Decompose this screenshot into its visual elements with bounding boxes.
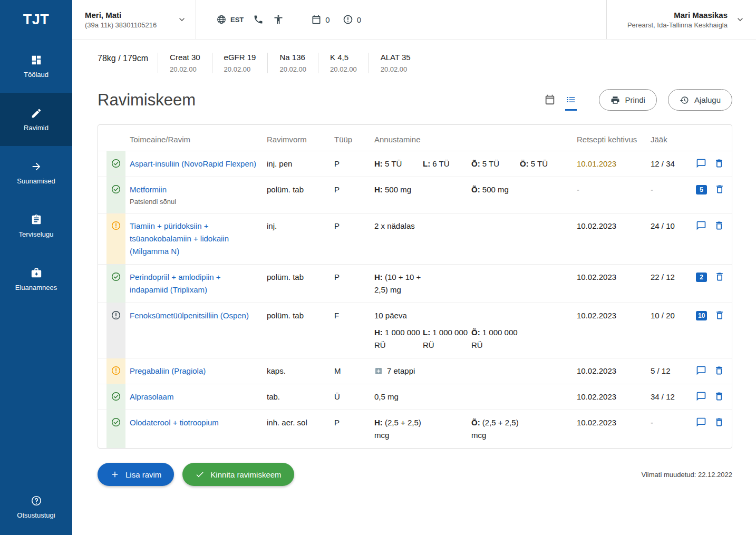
comment-icon[interactable] [696,158,706,169]
drug-name-link[interactable]: Aspart-insuliin (NovoRapid Flexpen) [130,159,256,168]
globe-icon [216,14,227,25]
drug-form: inj. [267,213,334,264]
drug-name-link[interactable]: Tiamiin + püridoksiin + tsüanokobalamiin… [130,221,229,256]
comment-icon[interactable] [696,417,706,427]
drug-name-link[interactable]: Pregabaliin (Pragiola) [130,366,206,375]
drug-form: inj. pen [267,151,334,177]
count-badge[interactable]: 2 [696,273,707,282]
history-button[interactable]: Ajalugu [668,89,732,111]
delete-icon[interactable] [714,220,724,231]
sidebar-item-suunamised[interactable]: Suunamised [0,146,72,199]
lab-result: K 4,520.02.00 [318,53,369,73]
drug-name-link[interactable]: Perindopriil + amlodipiin + indapamiid (… [130,273,221,294]
lab-value: K 4,5 [330,53,357,62]
drug-name-link[interactable]: Olodaterool + tiotroopium [130,418,219,427]
calendar-view-button[interactable] [544,94,556,111]
language-selector[interactable]: EST [216,14,244,25]
status-stripe [106,177,125,213]
medication-row: Alprasolaamtab.Ü0,5 mg10.02.202334 / 12 [98,384,732,410]
status-stripe [106,213,125,264]
delete-icon[interactable] [714,184,725,194]
prescription-type: P [334,151,374,177]
list-view-icon [565,94,577,105]
prescription-type: P [334,410,374,448]
delete-icon[interactable] [714,310,725,320]
expand-dosing-icon[interactable] [374,367,383,375]
delete-icon[interactable] [714,365,724,376]
alert-counter[interactable]: 0 [343,14,361,25]
calendar-count: 0 [325,15,329,24]
drug-form: polüm. tab [267,303,334,358]
dose-text: 2 x nädalas [374,220,568,232]
status-stripe [106,384,125,410]
user-name: Mari Maasikas [627,11,728,20]
dosing: H: (10 + 10 + 2,5) mg [374,265,577,303]
sidebar-item-ravimid[interactable]: Ravimid [0,93,72,146]
delete-icon[interactable] [714,158,724,169]
count-badge[interactable]: 5 [696,185,707,194]
delete-icon[interactable] [714,271,725,282]
dose-slot: H: 500 mg [374,183,423,196]
medication-row: Perindopriil + amlodipiin + indapamiid (… [98,264,732,303]
drug-name-link[interactable]: Fenoksümetüülpenitsilliin (Ospen) [130,311,249,320]
medication-row: Fenoksümetüülpenitsilliin (Ospen)polüm. … [98,303,732,358]
comment-icon[interactable] [696,220,706,231]
sidebar-item-otsustustugi[interactable]: Otsustustugi [0,484,72,530]
remaining-count: - [651,410,696,448]
check-icon [195,470,205,479]
column-header: Retsepti kehtivus [577,125,651,151]
anthropometry: 78kg / 179cm [98,53,158,63]
add-medication-button[interactable]: Lisa ravim [98,463,174,486]
patient-selector[interactable]: Meri, Mati (39a 11k) 38301105216 [72,0,196,39]
validity-date: - [577,177,651,213]
medical-case-icon [31,267,42,279]
medication-table: Toimeaine/RavimRavimvormTüüpAnnustamineR… [98,124,732,449]
lab-results: Creat 3020.02.00eGFR 1920.02.00Na 13620.… [158,53,422,73]
warning-circle-icon [111,220,121,231]
phone-icon[interactable] [253,14,264,25]
column-header: Annustamine [374,125,577,151]
calendar-icon [311,14,322,25]
person-icon[interactable] [273,14,284,25]
user-menu[interactable]: Mari Maasikas Perearst, Ida-Tallinna Kes… [607,0,756,39]
remaining-count: - [651,177,696,213]
lab-date: 20.02.00 [279,65,306,73]
sidebar-item-eluanamnees[interactable]: Eluanamnees [0,252,72,306]
lab-value: eGFR 19 [224,53,256,62]
sidebar-item-terviselugu[interactable]: Terviselugu [0,199,72,252]
list-view-button[interactable] [565,94,577,111]
drug-form: polüm. tab [267,265,334,303]
user-role: Perearst, Ida-Tallinna Keskhaigla [627,21,728,29]
print-button[interactable]: Prindi [599,89,657,111]
validity-date: 10.02.2023 [577,265,651,303]
drug-name-link[interactable]: Metformiin [130,185,167,194]
header-toolbar: EST 0 0 [196,0,607,39]
sidebar-item-toolaud[interactable]: Töölaud [0,40,72,93]
dosing: H: (2,5 + 2,5) mcgÕ: (2,5 + 2,5) mcg [374,410,577,448]
delete-icon[interactable] [714,391,724,402]
confirm-scheme-button[interactable]: Kinnita ravimiskeem [182,463,294,486]
lab-date: 20.02.00 [224,65,256,73]
remaining-count: 34 / 12 [651,384,696,410]
prescription-type: F [334,303,374,358]
remaining-count: 22 / 12 [651,265,696,303]
patient-name: Meri, Mati [85,11,157,20]
dose-slot: H: 1 000 000 RÜ [374,326,423,352]
sidebar-item-label: Suunamised [17,177,55,185]
validity-date: 10.01.2023 [577,151,651,177]
dosing: 0,5 mg [374,384,577,410]
comment-icon[interactable] [696,365,706,376]
lab-value: ALAT 35 [381,53,411,62]
comment-icon[interactable] [696,391,706,402]
dose-slot: Ö: 5 TÜ [520,158,568,170]
status-stripe [106,358,125,384]
calendar-counter[interactable]: 0 [311,14,329,25]
row-actions: 5 [696,177,725,213]
dose-text: 10 päeva [374,309,568,322]
drug-name-link[interactable]: Alprasolaam [130,392,173,401]
sidebar-nav: TöölaudRavimidSuunamisedTerviseluguEluan… [0,40,72,306]
count-badge[interactable]: 10 [696,311,707,320]
delete-icon[interactable] [714,417,724,427]
plus-icon [110,470,120,479]
dose-slot: Õ: 5 TÜ [471,158,520,170]
